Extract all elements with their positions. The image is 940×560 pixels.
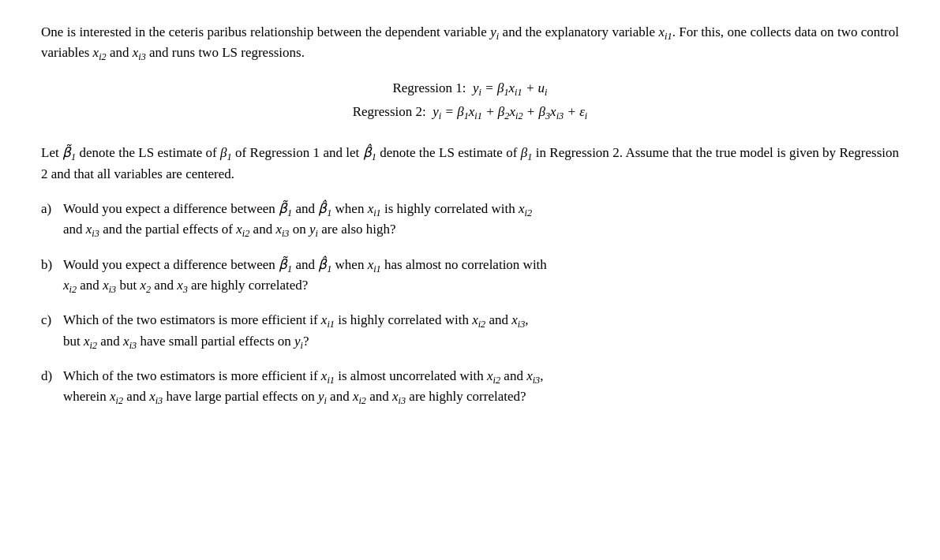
beta-hat: β̂1 — [363, 145, 376, 160]
qa-xi2: xi2 — [519, 201, 532, 216]
qd-xi2b: xi2 — [110, 389, 123, 404]
qb-xi1: xi1 — [368, 257, 381, 272]
intro-paragraph: One is interested in the ceteris paribus… — [41, 22, 899, 64]
qd-xi3c: xi3 — [392, 389, 406, 404]
let-paragraph: Let β̃1 denote the LS estimate of β1 of … — [41, 143, 899, 185]
reg1-label: Regression 1: — [392, 80, 473, 95]
main-content: One is interested in the ceteris paribus… — [41, 22, 899, 408]
beta1-ref2: β1 — [521, 145, 533, 160]
qa-beta-tilde: β̃1 — [279, 201, 292, 216]
qa-xi1: xi1 — [368, 201, 381, 216]
reg2-eq: yi = β1xi1 + β2xi2 + β3xi3 + εi — [433, 104, 587, 119]
question-b: b) Would you expect a difference between… — [41, 255, 899, 297]
qd-xi3b: xi3 — [149, 389, 163, 404]
qc-xi1: xi1 — [321, 312, 335, 327]
qa-yi: yi — [309, 222, 318, 237]
question-b-label: b) — [41, 255, 63, 275]
qd-xi2c: xi2 — [353, 389, 366, 404]
question-d-label: d) — [41, 366, 63, 386]
var-xi2: xi2 — [93, 45, 107, 60]
qc-yi: yi — [294, 334, 303, 349]
qb-x3: x3 — [177, 278, 188, 293]
question-b-text: Would you expect a difference between β̃… — [63, 255, 899, 297]
questions-section: a) Would you expect a difference between… — [41, 199, 899, 408]
qc-xi3: xi3 — [511, 312, 525, 327]
regression-2: Regression 2: yi = β1xi1 + β2xi2 + β3xi3… — [353, 102, 588, 122]
question-a: a) Would you expect a difference between… — [41, 199, 899, 241]
regressions-block: Regression 1: yi = β1xi1 + ui Regression… — [41, 78, 899, 126]
qb-xi3: xi3 — [103, 278, 116, 293]
qd-xi3: xi3 — [526, 368, 540, 383]
qd-yi: yi — [318, 389, 327, 404]
qb-beta-tilde: β̃1 — [279, 257, 292, 272]
var-yi: yi — [490, 24, 499, 39]
question-c-text: Which of the two estimators is more effi… — [63, 310, 899, 352]
beta-tilde: β̃1 — [62, 145, 76, 160]
question-d: d) Which of the two estimators is more e… — [41, 366, 899, 408]
reg1-eq: yi = β1xi1 + ui — [473, 80, 548, 95]
question-c: c) Which of the two estimators is more e… — [41, 310, 899, 352]
qa-xi3b: xi3 — [275, 222, 289, 237]
question-a-label: a) — [41, 199, 63, 219]
qd-xi1: xi1 — [321, 368, 335, 383]
qa-xi2b: xi2 — [236, 222, 249, 237]
var-xi1: xi1 — [659, 24, 672, 39]
beta1-ref1: β1 — [220, 145, 232, 160]
var-xi3: xi3 — [133, 45, 146, 60]
qb-xi2: xi2 — [63, 278, 77, 293]
reg2-label: Regression 2: — [353, 104, 433, 119]
question-d-text: Which of the two estimators is more effi… — [63, 366, 899, 408]
qb-beta-hat: β̂1 — [318, 257, 331, 272]
regression-1: Regression 1: yi = β1xi1 + ui — [392, 78, 547, 99]
qa-xi3: xi3 — [86, 222, 99, 237]
question-c-label: c) — [41, 310, 63, 330]
qd-xi2: xi2 — [487, 368, 500, 383]
qc-xi2: xi2 — [472, 312, 485, 327]
qa-beta-hat: β̂1 — [318, 201, 331, 216]
question-a-text: Would you expect a difference between β̃… — [63, 199, 899, 241]
qc-xi2b: xi2 — [84, 334, 97, 349]
qb-x2: x2 — [140, 278, 151, 293]
qc-xi3b: xi3 — [123, 334, 137, 349]
